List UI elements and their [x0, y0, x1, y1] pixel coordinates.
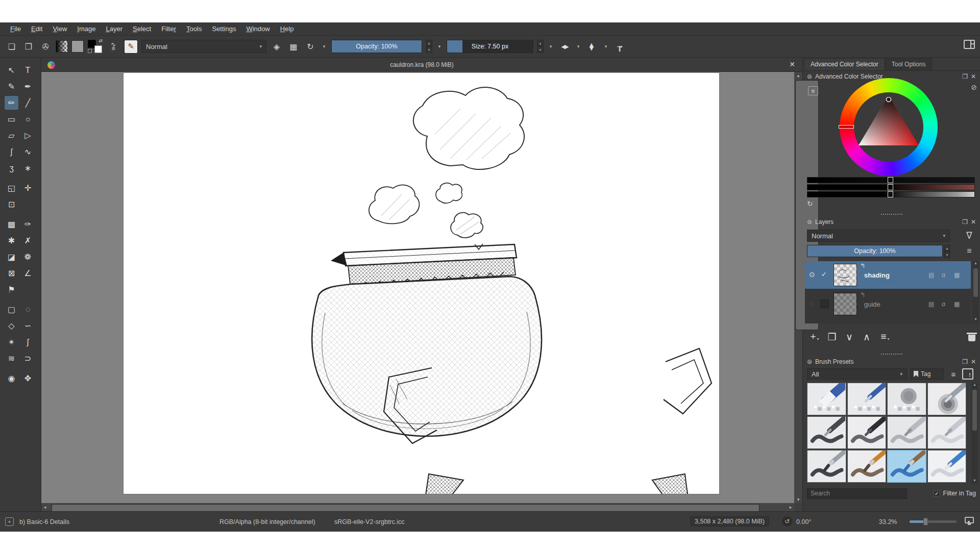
canvas-horizontal-scrollbar[interactable]: ◂ ▸ — [41, 503, 794, 511]
hue-marker[interactable] — [839, 125, 854, 129]
tab-tool-options[interactable]: Tool Options — [885, 58, 933, 70]
canvas-title-bar[interactable]: cauldron.kra (98.0 MiB) ✕ — [41, 58, 802, 72]
refresh-colors-icon[interactable]: ↻ — [807, 199, 813, 208]
brush-preset-brush-ink[interactable] — [807, 450, 846, 483]
layer-row-guide[interactable]: ◌↰guide▤α▦ — [805, 290, 971, 318]
brush-preset-pen-silver[interactable] — [887, 416, 926, 449]
menu-edit[interactable]: Edit — [26, 23, 47, 35]
background-color[interactable] — [94, 45, 102, 53]
eraser-mode-button[interactable]: ◈ — [270, 40, 283, 53]
tool-polygon[interactable]: ▱ — [5, 129, 18, 142]
workspace-chooser-button[interactable] — [964, 40, 975, 49]
layer-opacity-slider[interactable]: Opacity: 100% — [807, 245, 943, 257]
float-docker-icon[interactable]: ❐ — [962, 358, 968, 365]
tool-text[interactable]: T — [21, 63, 35, 77]
search-input[interactable] — [807, 488, 907, 499]
layer-inherit-alpha-icon[interactable]: ▦ — [954, 300, 960, 308]
gradient-swatch[interactable] — [56, 40, 68, 53]
tool-rect-select[interactable]: ▢ — [5, 303, 18, 316]
layer-thumbnail[interactable] — [834, 264, 857, 286]
layer-visibility-icon[interactable]: ◌ — [809, 299, 813, 308]
docker-splitter[interactable] — [803, 352, 980, 356]
pattern-swatch[interactable] — [71, 40, 84, 53]
menu-view[interactable]: View — [47, 23, 72, 35]
tool-bezier-curve[interactable]: ∫ — [5, 145, 18, 159]
preset-view-mode-button[interactable]: ≡ — [947, 368, 960, 380]
value-bar-1[interactable] — [807, 177, 975, 183]
menu-tools[interactable]: Tools — [181, 23, 207, 35]
tool-polyline[interactable]: ▷ — [21, 129, 35, 142]
float-docker-icon[interactable]: ❐ — [962, 218, 968, 226]
layer-alpha-lock-icon[interactable]: α — [942, 300, 945, 308]
saturation-value-triangle[interactable] — [854, 92, 923, 162]
storage-resources-button[interactable]: ! — [962, 368, 973, 380]
layer-name[interactable]: shading — [864, 271, 890, 279]
mirror-vertical-button[interactable]: ◀▶ — [585, 40, 599, 53]
save-document-button[interactable]: ✇ — [39, 40, 52, 53]
mirror-horizontal-arrow[interactable]: ▾ — [575, 40, 582, 53]
filter-in-tag-checkbox-wrap[interactable]: ✓ Filter in Tag — [934, 490, 976, 497]
hue-ring[interactable] — [840, 78, 938, 176]
scroll-right-icon[interactable]: ▸ — [787, 503, 794, 511]
tab-advanced-color-selector[interactable]: Advanced Color Selector — [804, 58, 885, 70]
tool-gradient[interactable]: ▩ — [5, 217, 18, 231]
reload-dropdown-arrow[interactable]: ▾ — [321, 40, 328, 53]
layer-list-scrollbar[interactable]: ▲ ▼ — [972, 261, 979, 323]
canvas[interactable] — [124, 73, 719, 494]
canvas-close-button[interactable]: ✕ — [789, 60, 795, 68]
menu-file[interactable]: File — [5, 23, 26, 35]
layer-lock-icon[interactable]: ▤ — [928, 300, 934, 308]
scroll-down-icon[interactable]: ▼ — [794, 496, 802, 503]
duplicate-layer-button[interactable]: ❐ — [824, 329, 840, 344]
scroll-left-icon[interactable]: ◂ — [41, 503, 48, 511]
tool-freehand-select[interactable]: ∽ — [21, 319, 35, 333]
tool-color-sampler[interactable]: ✑ — [21, 217, 35, 231]
tool-edit-shapes[interactable]: ✎ — [5, 80, 18, 93]
docker-lock-icon[interactable]: ⊜ — [807, 73, 812, 80]
layer-filter-button[interactable]: ∇ — [963, 228, 976, 243]
close-docker-icon[interactable]: ✕ — [971, 358, 976, 365]
brush-preset-eraser-soft[interactable] — [887, 383, 926, 415]
tool-colorize-mask[interactable]: ✱ — [5, 234, 18, 247]
tool-bezier-select[interactable]: ʃ — [21, 335, 35, 349]
size-options-arrow[interactable]: ▾ — [547, 40, 554, 53]
move-layer-up-button[interactable]: ∧ — [859, 329, 874, 344]
layer-blending-mode-dropdown[interactable]: Normal ▾ — [807, 230, 950, 242]
tool-ellipse[interactable]: ○ — [21, 112, 35, 126]
bar-marker[interactable] — [888, 177, 893, 183]
current-brush-name[interactable]: b) Basic-6 Details — [19, 518, 69, 525]
brush-preset-pencil-blue[interactable] — [927, 450, 967, 483]
opacity-options-arrow[interactable]: ▾ — [436, 40, 443, 53]
scroll-up-icon[interactable]: ▲ — [794, 72, 802, 79]
scroll-up-icon[interactable]: ▲ — [971, 383, 978, 389]
brush-size-slider[interactable]: Size: 7.50 px — [447, 40, 533, 53]
canvas-vertical-scrollbar[interactable]: ▲ ▼ — [794, 72, 802, 503]
tool-dynamic-brush[interactable]: ʒ — [5, 161, 18, 175]
scroll-up-icon[interactable]: ▲ — [972, 261, 979, 267]
close-docker-icon[interactable]: ✕ — [971, 73, 976, 80]
tool-multibrush[interactable]: ∗ — [21, 161, 35, 175]
wrap-around-mode-button[interactable]: ┲ — [613, 40, 626, 53]
brush-preset-brush-orange[interactable] — [847, 450, 887, 483]
preset-scrollbar[interactable]: ▲ ▼ — [971, 383, 978, 485]
fullscreen-monitor-icon[interactable] — [965, 517, 974, 523]
docker-lock-icon[interactable]: ⊜ — [807, 218, 812, 226]
brush-preset-ink-pen[interactable] — [847, 416, 887, 449]
value-bar-2[interactable] — [807, 184, 975, 190]
swap-colors-icon[interactable]: ⇄ — [99, 38, 103, 43]
tool-smart-patch[interactable]: ✗ — [21, 234, 35, 247]
mirror-vertical-arrow[interactable]: ▾ — [602, 40, 609, 53]
brush-editor-button[interactable]: ✎ — [124, 40, 138, 54]
preset-scroll-thumb[interactable] — [972, 390, 977, 431]
tool-crop[interactable]: ⊡ — [5, 197, 18, 211]
menu-select[interactable]: Select — [128, 23, 156, 35]
menu-help[interactable]: Help — [275, 23, 299, 35]
reload-preset-button[interactable]: ↻ — [304, 40, 317, 53]
tool-select-shapes[interactable]: ↖ — [5, 63, 18, 77]
tool-ellipse-select[interactable]: ◌ — [21, 303, 35, 316]
size-spinner[interactable]: ▴▾ — [537, 40, 544, 53]
opacity-spinner[interactable]: ▴▾ — [426, 40, 432, 53]
zoom-slider-handle[interactable] — [923, 518, 928, 525]
docker-splitter[interactable] — [803, 212, 980, 216]
bar-marker[interactable] — [888, 191, 893, 197]
